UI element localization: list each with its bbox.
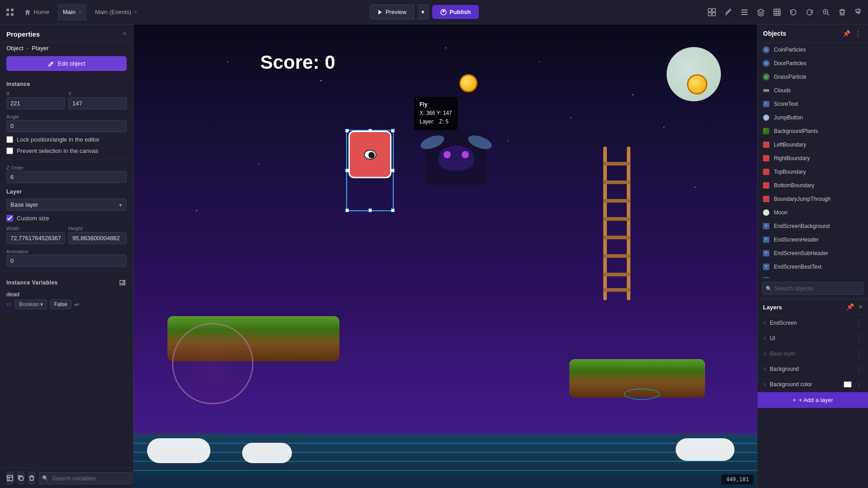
zoom-tool-icon[interactable] [820,6,832,18]
z-order-input[interactable] [6,171,127,183]
var-delete-icon[interactable] [28,472,35,484]
preview-arrow-button[interactable]: ▾ [418,5,429,19]
handle-bottom-left[interactable] [345,208,349,212]
objects-menu-icon[interactable]: ⋮ [854,29,863,38]
redo-tool-icon[interactable] [804,6,816,18]
preview-button[interactable]: Preview [370,5,414,19]
layers-close-icon[interactable]: × [858,303,863,311]
height-input[interactable] [68,232,127,244]
topbar: Home Main × Main (Events) × Preview ▾ Pu… [0,0,868,24]
player-character[interactable] [348,131,391,178]
prevent-row: Prevent selection in the canvas [0,145,133,156]
var-value[interactable]: False [50,299,71,309]
add-layer-button[interactable]: + + Add a layer [758,392,868,408]
paint-tool-icon[interactable] [722,6,734,18]
obj-name-jumpbutton: JumpButton [774,114,853,121]
obj-item-endscreenheader[interactable]: T EndScreenHeader ⋮ [758,233,868,246]
tab-main-close[interactable]: × [78,9,81,15]
var-layer-icon[interactable] [6,472,14,484]
search-variables-input[interactable] [39,472,132,484]
layers-tool-icon[interactable] [755,6,767,18]
tab-main-events-label: Main (Events) [95,9,131,15]
prevent-checkbox[interactable] [6,147,13,154]
obj-item-endscreensubheader[interactable]: T EndScreenSubHeader ⋮ [758,246,868,260]
edit-object-button[interactable]: Edit object [6,56,127,71]
settings-tool-icon[interactable] [853,6,864,18]
objects-pin-icon[interactable]: 📌 [842,29,851,38]
preview-label: Preview [386,9,406,15]
obj-icon-rightboundary [762,154,770,162]
layer-item-endscreen[interactable]: ≡ EndScreen ⋮ [758,315,868,331]
tab-main-events-close[interactable]: × [134,9,137,15]
objects-list: CoinParticles ⋮ DoorParticles ⋮ GrassPar… [758,43,868,278]
var-type-badge[interactable]: Boolean ▾ [15,299,47,309]
delete-tool-icon[interactable] [836,6,848,18]
obj-item-jumpbutton[interactable]: JumpButton ⋮ [758,111,868,124]
obj-item-leftboundary[interactable]: LeftBoundary ⋮ [758,138,868,152]
tab-main-events[interactable]: Main (Events) × [90,4,143,21]
instance-vars-expand-icon[interactable] [118,278,127,287]
obj-item-moon[interactable]: Moon ⋮ [758,206,868,219]
publish-button[interactable]: Publish [432,5,479,19]
fly-enemy[interactable] [425,131,486,185]
obj-item-endscreenchallengetext[interactable]: T EndScreenChallengeText ⋮ [758,274,868,278]
panel-close-icon[interactable]: × [123,30,127,38]
ladder-rung-2 [603,180,630,184]
obj-name-endscreenheader: EndScreenHeader [774,237,853,243]
obj-item-clouds[interactable]: Clouds ⋮ [758,84,868,97]
layer-menu-background[interactable]: ⋮ [855,365,863,373]
obj-item-boundaryjumpthrough[interactable]: BoundaryJumpThrough ⋮ [758,192,868,206]
handle-bottom-center[interactable] [368,208,372,212]
obj-item-grassparticle[interactable]: GrassParticle ⋮ [758,70,868,84]
handle-middle-right[interactable] [391,169,395,172]
layer-select[interactable]: Base layer UI Background EndScreen [6,199,127,211]
obj-item-endscreenbesttext[interactable]: T EndScreenBestText ⋮ [758,260,868,274]
y-input[interactable] [68,97,127,109]
search-objects-input[interactable] [762,282,863,295]
tab-home[interactable]: Home [19,4,55,21]
layer-menu-ui[interactable]: ⋮ [855,334,863,342]
obj-item-backgroundplants[interactable]: BackgroundPlants ⋮ [758,124,868,138]
list-tool-icon[interactable] [739,6,750,18]
x-input[interactable] [6,97,65,109]
layer-menu-baselayer[interactable]: ⋮ [855,349,863,358]
obj-item-bottomboundary[interactable]: BottomBoundary ⋮ [758,179,868,192]
layer-item-ui[interactable]: ≡ UI ⋮ [758,331,868,346]
animation-input[interactable] [6,255,127,267]
obj-item-topboundary[interactable]: TopBoundary ⋮ [758,165,868,179]
layer-menu-endscreen[interactable]: ⋮ [855,318,863,327]
layer-item-background[interactable]: ≡ Background ⋮ [758,361,868,377]
app-menu-icon[interactable] [4,6,16,19]
angle-input[interactable] [6,120,127,132]
handle-bottom-right[interactable] [391,208,395,212]
cloud-2 [242,443,292,463]
obj-item-coinparticles[interactable]: CoinParticles ⋮ [758,43,868,57]
lock-checkbox[interactable] [6,136,13,143]
obj-name-scoretext: ScoreText [774,101,853,107]
obj-item-rightboundary[interactable]: RightBoundary ⋮ [758,152,868,165]
grid-tool-icon[interactable] [771,6,783,18]
obj-item-endscreenbackground[interactable]: T EndScreenBackground ⋮ [758,219,868,233]
layer-menu-backgroundcolor[interactable]: ⋮ [855,380,863,389]
objects-tool-icon[interactable] [706,6,718,18]
obj-item-scoretext[interactable]: T ScoreText ⋮ [758,97,868,111]
layer-color-box-backgroundcolor[interactable] [844,381,852,388]
layer-item-backgroundcolor[interactable]: ≡ Background color ⋮ [758,377,868,392]
divider-1 [0,159,133,160]
undo-tool-icon[interactable] [787,6,799,18]
obj-item-doorparticles[interactable]: DoorParticles ⋮ [758,57,868,70]
var-swap-icon[interactable]: ⇌ [74,301,79,308]
svg-rect-7 [712,9,715,12]
var-copy-icon[interactable] [17,472,24,484]
handle-top-right[interactable] [391,129,395,133]
obj-icon-endscreensubheader: T [762,249,770,257]
canvas-area[interactable]: Score: 0 Fly X: 366 Y: 147 Layer: Z: 5 [134,24,757,488]
handle-top-left[interactable] [345,129,349,133]
layer-item-baselayer[interactable]: ≡ Base layer ⋮ [758,346,868,361]
layers-pin-icon[interactable]: 📌 [846,303,854,311]
svg-rect-2 [6,13,9,16]
tab-main[interactable]: Main × [57,4,87,21]
width-input[interactable] [6,232,65,244]
custom-size-checkbox[interactable] [6,215,13,222]
obj-name-moon: Moon [774,209,853,216]
